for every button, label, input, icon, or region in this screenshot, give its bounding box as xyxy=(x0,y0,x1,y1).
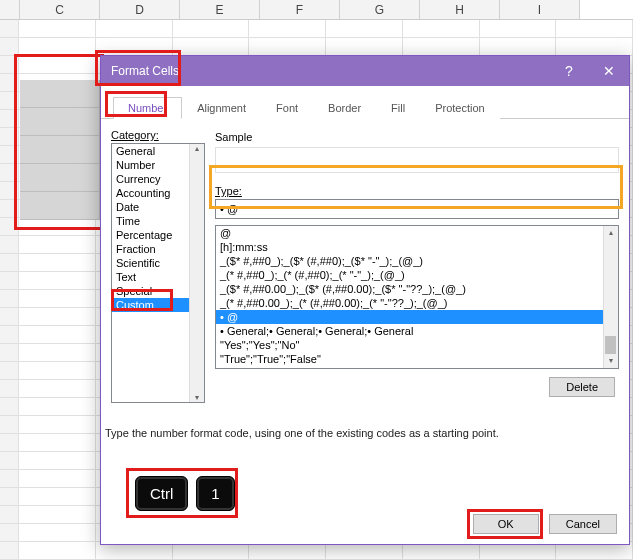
tab-font[interactable]: Font xyxy=(261,97,313,119)
column-header[interactable]: H xyxy=(420,0,500,19)
tab-protection[interactable]: Protection xyxy=(420,97,500,119)
dialog-tabs: NumberAlignmentFontBorderFillProtection xyxy=(101,86,629,119)
scrollbar[interactable] xyxy=(189,144,204,402)
column-header[interactable]: G xyxy=(340,0,420,19)
dialog-titlebar[interactable]: Format Cells ? ✕ xyxy=(101,56,629,86)
column-header[interactable]: F xyxy=(260,0,340,19)
format-item[interactable]: "True";"True";"False" xyxy=(216,352,618,366)
help-button[interactable]: ? xyxy=(549,56,589,86)
format-list[interactable]: @[h]:mm:ss_($* #,##0_);_($* (#,##0);_($*… xyxy=(215,225,619,369)
format-item[interactable]: _(* #,##0_);_(* (#,##0);_(* "-"_);_(@_) xyxy=(216,268,618,282)
scrollbar-thumb[interactable] xyxy=(605,336,616,354)
tab-fill[interactable]: Fill xyxy=(376,97,420,119)
format-item[interactable]: @ xyxy=(216,226,618,240)
format-item[interactable]: [h]:mm:ss xyxy=(216,240,618,254)
custom-category-highlight xyxy=(113,291,171,309)
ok-highlight xyxy=(469,511,541,537)
hint-text: Type the number format code, using one o… xyxy=(105,427,625,439)
tab-alignment[interactable]: Alignment xyxy=(182,97,261,119)
format-item[interactable]: • @ xyxy=(216,310,618,324)
selection-highlight xyxy=(16,56,102,228)
format-item[interactable]: "Yes";"Yes";"No" xyxy=(216,338,618,352)
sample-label: Sample xyxy=(215,131,619,143)
close-button[interactable]: ✕ xyxy=(589,56,629,86)
category-label: Category: xyxy=(111,129,205,141)
format-item[interactable]: _($* #,##0.00_);_($* (#,##0.00);_($* "-"… xyxy=(216,282,618,296)
format-item[interactable]: _(* #,##0.00_);_(* (#,##0.00);_(* "-"??_… xyxy=(216,296,618,310)
title-highlight xyxy=(97,52,179,84)
format-item[interactable]: • General;• General;• General;• General xyxy=(216,324,618,338)
cancel-button[interactable]: Cancel xyxy=(549,514,617,534)
shortcut-highlight xyxy=(128,470,236,516)
format-item[interactable]: _($* #,##0_);_($* (#,##0);_($* "-"_);_(@… xyxy=(216,254,618,268)
column-header[interactable]: I xyxy=(500,0,580,19)
column-header[interactable]: D xyxy=(100,0,180,19)
column-header[interactable]: C xyxy=(20,0,100,19)
tab-border[interactable]: Border xyxy=(313,97,376,119)
category-list[interactable]: GeneralNumberCurrencyAccountingDateTimeP… xyxy=(111,143,205,403)
column-header[interactable]: E xyxy=(180,0,260,19)
number-tab-highlight xyxy=(107,93,165,115)
delete-button[interactable]: Delete xyxy=(549,377,615,397)
type-highlight xyxy=(211,167,621,207)
format-item[interactable]: "On";"On";"Off" xyxy=(216,366,618,369)
